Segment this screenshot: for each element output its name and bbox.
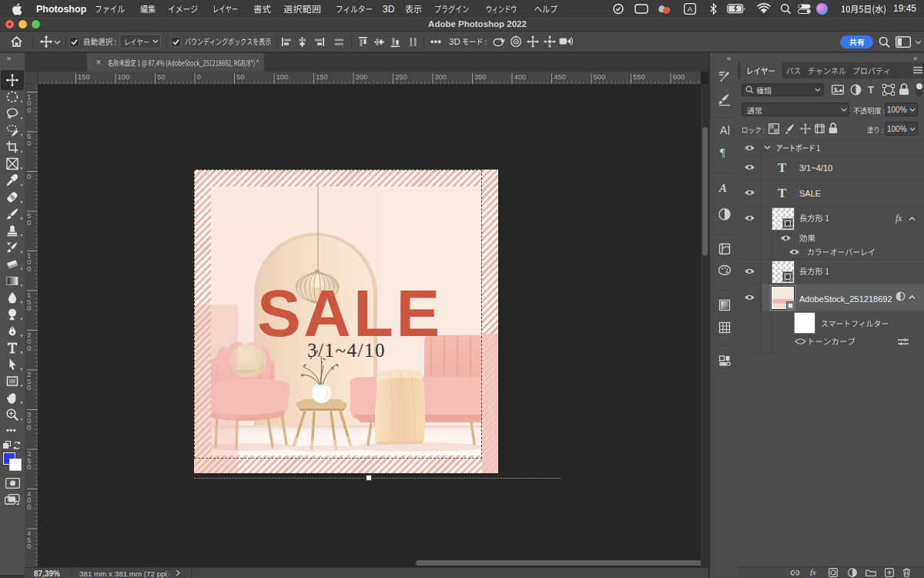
svg-text:¶: ¶	[720, 146, 725, 159]
svg-text:A: A	[720, 124, 728, 136]
svg-text:A: A	[688, 5, 693, 13]
svg-text:A: A	[718, 182, 727, 194]
